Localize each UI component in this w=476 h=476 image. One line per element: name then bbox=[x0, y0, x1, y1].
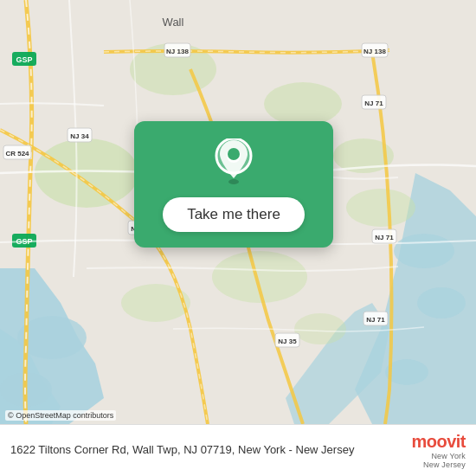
svg-point-49 bbox=[228, 148, 240, 160]
take-me-there-card: Take me there bbox=[134, 121, 333, 248]
moovit-subtitle-line1: New York bbox=[431, 452, 466, 460]
svg-text:GSP: GSP bbox=[16, 55, 32, 64]
svg-text:NJ 71: NJ 71 bbox=[375, 234, 394, 241]
svg-point-16 bbox=[346, 189, 415, 227]
moovit-logo: moovit New York New Jersey bbox=[411, 432, 466, 469]
address-text: 1622 Tiltons Corner Rd, Wall Twp, NJ 077… bbox=[10, 443, 404, 458]
svg-point-8 bbox=[417, 287, 466, 318]
svg-text:NJ 138: NJ 138 bbox=[363, 48, 386, 55]
svg-text:NJ 34: NJ 34 bbox=[70, 132, 89, 140]
moovit-subtitle-line2: New Jersey bbox=[423, 460, 466, 469]
location-pin-icon bbox=[215, 138, 253, 185]
svg-text:NJ 71: NJ 71 bbox=[366, 316, 385, 324]
svg-text:Wall: Wall bbox=[163, 16, 184, 29]
map-container: GSP GSP NJ 34 NJ 34 NJ 138 NJ 138 bbox=[0, 0, 476, 424]
svg-text:NJ 35: NJ 35 bbox=[278, 338, 297, 345]
svg-point-17 bbox=[294, 313, 346, 344]
take-me-there-button[interactable]: Take me there bbox=[163, 197, 305, 232]
svg-point-10 bbox=[35, 138, 138, 208]
svg-text:NJ 138: NJ 138 bbox=[166, 48, 189, 55]
moovit-logo-text: moovit bbox=[411, 432, 466, 452]
svg-point-7 bbox=[394, 234, 454, 268]
bottom-bar: 1622 Tiltons Corner Rd, Wall Twp, NJ 077… bbox=[0, 424, 476, 476]
svg-text:NJ 71: NJ 71 bbox=[364, 100, 383, 107]
svg-point-12 bbox=[264, 82, 342, 125]
svg-text:CR 524: CR 524 bbox=[5, 150, 29, 158]
map-attribution: © OpenStreetMap contributors bbox=[5, 410, 116, 421]
svg-point-48 bbox=[228, 179, 239, 184]
